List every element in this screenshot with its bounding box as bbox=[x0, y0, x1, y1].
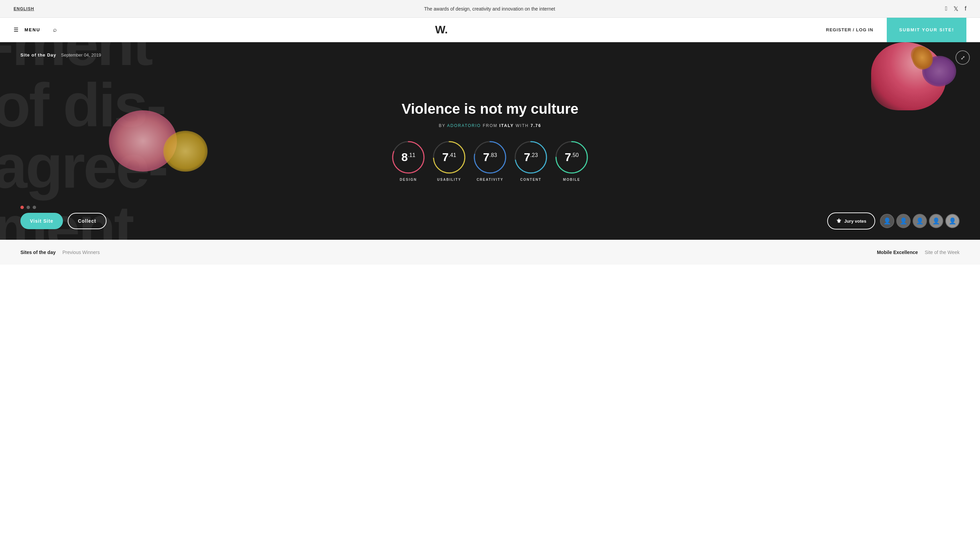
score-label-content: CONTENT bbox=[520, 178, 541, 182]
hero-subtitle: BY ADORATORIO FROM ITALY WITH 7.76 bbox=[391, 123, 589, 128]
score-circles: 8.11 DESIGN 7.41 USABILITY 7.83 CREATIVI… bbox=[391, 140, 589, 182]
score-value-usability: 7.41 bbox=[442, 150, 456, 164]
score-label-mobile: MOBILE bbox=[563, 178, 581, 182]
facebook-icon[interactable]: f bbox=[965, 5, 966, 13]
score-decimal-usability: .41 bbox=[449, 152, 456, 158]
slide-dots bbox=[21, 206, 36, 209]
collect-button[interactable]: Collect bbox=[68, 213, 107, 229]
bottom-left: Sites of the day Previous Winners bbox=[21, 250, 100, 255]
avatar-icon-2: 👤 bbox=[900, 217, 907, 225]
country-name: ITALY bbox=[499, 123, 515, 128]
visit-site-button[interactable]: Visit Site bbox=[21, 213, 63, 229]
site-of-day-date: September 04, 2019 bbox=[61, 53, 101, 57]
sites-of-day-label[interactable]: Sites of the day bbox=[21, 250, 56, 255]
jury-avatar-1: 👤 bbox=[880, 214, 894, 228]
previous-winners-label[interactable]: Previous Winners bbox=[62, 250, 100, 255]
score-item-usability: 7.41 USABILITY bbox=[432, 140, 466, 182]
jury-avatar-3: 👤 bbox=[913, 214, 927, 228]
slide-dot-2[interactable] bbox=[27, 206, 30, 209]
score-value-mobile: 7.50 bbox=[565, 150, 579, 164]
score-label-creativity: CREATIVITY bbox=[477, 178, 504, 182]
score-circle-content: 7.23 bbox=[514, 140, 548, 174]
score-circle-design: 8.11 bbox=[391, 140, 425, 174]
score-label-design: DESIGN bbox=[400, 178, 417, 182]
social-links:  𝕏 f bbox=[945, 5, 966, 13]
hero-buttons: Visit Site Collect bbox=[21, 213, 107, 229]
nav-left: ☰ MENU ⌕ bbox=[14, 26, 57, 34]
slide-dot-1[interactable] bbox=[21, 206, 24, 209]
flower-decoration-yellow bbox=[163, 131, 208, 172]
score-item-mobile: 7.50 MOBILE bbox=[555, 140, 589, 182]
submit-button[interactable]: SUBMIT YOUR SITE! bbox=[887, 18, 966, 42]
hero-section: -ment of dis- agree- ment Site of the Da… bbox=[0, 42, 980, 240]
author-name[interactable]: ADORATORIO bbox=[447, 123, 483, 128]
from-label: FROM bbox=[483, 123, 500, 128]
bottom-right: Mobile Excellence Site of the Week bbox=[877, 250, 959, 255]
score-value-content: 7.23 bbox=[524, 150, 538, 164]
bottom-bar: Sites of the day Previous Winners Mobile… bbox=[0, 240, 980, 265]
nav-right: REGISTER / LOG IN SUBMIT YOUR SITE! bbox=[826, 18, 966, 42]
hero-title: Violence is not my culture bbox=[391, 101, 589, 117]
score-item-design: 8.11 DESIGN bbox=[391, 140, 425, 182]
language-selector[interactable]: ENGLISH bbox=[14, 6, 34, 11]
jury-section: ⚜ Jury votes 👤 👤 👤 👤 👤 bbox=[827, 212, 959, 230]
by-label: BY bbox=[439, 123, 445, 128]
score-circle-usability: 7.41 bbox=[432, 140, 466, 174]
score-decimal-creativity: .83 bbox=[489, 152, 497, 158]
score-value-design: 8.11 bbox=[401, 150, 415, 164]
flower-decoration-top bbox=[871, 42, 946, 110]
avatar-icon-5: 👤 bbox=[949, 217, 956, 225]
search-icon[interactable]: ⌕ bbox=[53, 26, 57, 34]
jury-avatar-4: 👤 bbox=[929, 214, 943, 228]
site-of-day-badge: Site of the Day September 04, 2019 bbox=[21, 53, 101, 57]
score-item-content: 7.23 CONTENT bbox=[514, 140, 548, 182]
jury-avatar-2: 👤 bbox=[896, 214, 911, 228]
share-button[interactable]: ⤢ bbox=[956, 50, 970, 65]
site-of-day-label: Site of the Day bbox=[21, 53, 56, 57]
score-decimal-mobile: .50 bbox=[571, 152, 579, 158]
overall-score: 7.76 bbox=[530, 123, 541, 128]
site-logo[interactable]: W. bbox=[435, 24, 448, 36]
score-label-usability: USABILITY bbox=[437, 178, 461, 182]
score-circle-mobile: 7.50 bbox=[555, 140, 589, 174]
score-decimal-content: .23 bbox=[530, 152, 538, 158]
register-link[interactable]: REGISTER / LOG IN bbox=[826, 27, 873, 32]
jury-avatar-5: 👤 bbox=[945, 214, 959, 228]
avatar-icon-3: 👤 bbox=[916, 217, 924, 225]
jury-votes-label: Jury votes bbox=[844, 219, 866, 224]
mobile-excellence-label: Mobile Excellence bbox=[877, 250, 918, 255]
with-label: WITH bbox=[515, 123, 530, 128]
bg-line-1: -ment bbox=[0, 42, 980, 75]
hamburger-icon[interactable]: ☰ bbox=[14, 27, 18, 33]
score-value-creativity: 7.83 bbox=[483, 150, 497, 164]
avatar-icon-4: 👤 bbox=[932, 217, 940, 225]
laurel-icon: ⚜ bbox=[836, 217, 842, 225]
twitter-icon[interactable]: 𝕏 bbox=[953, 5, 959, 13]
score-item-creativity: 7.83 CREATIVITY bbox=[473, 140, 507, 182]
score-circle-creativity: 7.83 bbox=[473, 140, 507, 174]
hero-content: Violence is not my culture BY ADORATORIO… bbox=[391, 101, 589, 182]
tagline: The awards of design, creativity and inn… bbox=[424, 6, 555, 11]
avatar-icon-1: 👤 bbox=[883, 217, 891, 225]
jury-avatars: 👤 👤 👤 👤 👤 bbox=[880, 214, 959, 228]
score-decimal-design: .11 bbox=[408, 152, 415, 158]
hero-bottom-bar: Visit Site Collect ⚜ Jury votes 👤 👤 👤 👤 bbox=[21, 212, 959, 230]
main-nav: ☰ MENU ⌕ W. REGISTER / LOG IN SUBMIT YOU… bbox=[0, 18, 980, 42]
instagram-icon[interactable]:  bbox=[945, 5, 947, 13]
share-icon: ⤢ bbox=[961, 54, 965, 61]
jury-votes-button[interactable]: ⚜ Jury votes bbox=[827, 212, 875, 230]
top-bar: ENGLISH The awards of design, creativity… bbox=[0, 0, 980, 18]
menu-label[interactable]: MENU bbox=[24, 27, 40, 32]
site-of-week-label[interactable]: Site of the Week bbox=[925, 250, 959, 255]
slide-dot-3[interactable] bbox=[33, 206, 36, 209]
